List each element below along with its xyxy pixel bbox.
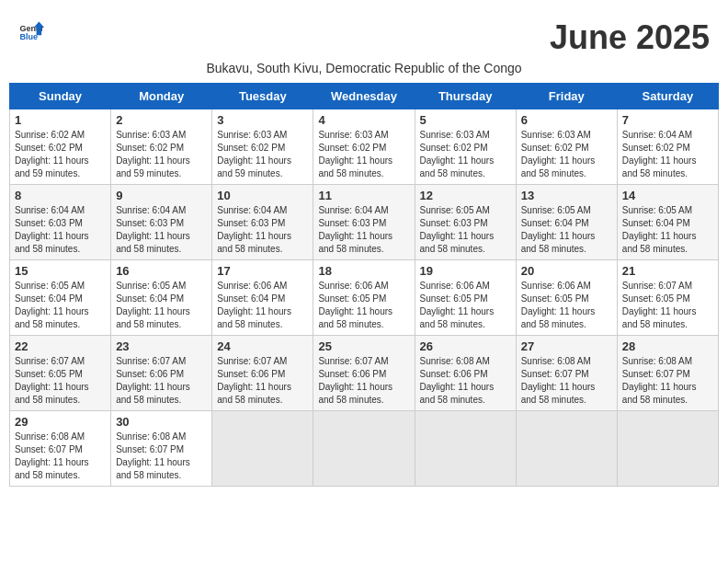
calendar-cell: 7Sunrise: 6:04 AM Sunset: 6:02 PM Daylig… (617, 109, 718, 185)
calendar-cell (212, 411, 313, 487)
calendar-cell: 26Sunrise: 6:08 AM Sunset: 6:06 PM Dayli… (415, 336, 516, 411)
day-number: 13 (521, 189, 612, 202)
day-number: 14 (622, 189, 713, 202)
calendar-cell: 2Sunrise: 6:03 AM Sunset: 6:02 PM Daylig… (111, 109, 212, 185)
day-info: Sunrise: 6:05 AM Sunset: 6:03 PM Dayligh… (420, 204, 511, 256)
calendar-cell: 4Sunrise: 6:03 AM Sunset: 6:02 PM Daylig… (313, 109, 415, 185)
calendar-week-1: 1Sunrise: 6:02 AM Sunset: 6:02 PM Daylig… (10, 109, 719, 185)
day-info: Sunrise: 6:07 AM Sunset: 6:06 PM Dayligh… (116, 355, 207, 407)
calendar-cell: 18Sunrise: 6:06 AM Sunset: 6:05 PM Dayli… (313, 260, 415, 336)
calendar-week-3: 15Sunrise: 6:05 AM Sunset: 6:04 PM Dayli… (10, 260, 719, 336)
day-number: 2 (116, 113, 207, 127)
day-info: Sunrise: 6:05 AM Sunset: 6:04 PM Dayligh… (622, 204, 713, 256)
calendar-cell: 29Sunrise: 6:08 AM Sunset: 6:07 PM Dayli… (10, 411, 111, 487)
header-day-monday: Monday (111, 84, 212, 109)
day-info: Sunrise: 6:04 AM Sunset: 6:03 PM Dayligh… (116, 204, 207, 256)
calendar-cell: 15Sunrise: 6:05 AM Sunset: 6:04 PM Dayli… (10, 260, 111, 336)
calendar-cell: 22Sunrise: 6:07 AM Sunset: 6:05 PM Dayli… (10, 336, 111, 411)
calendar-cell: 21Sunrise: 6:07 AM Sunset: 6:05 PM Dayli… (617, 260, 718, 336)
calendar-cell: 12Sunrise: 6:05 AM Sunset: 6:03 PM Dayli… (415, 185, 516, 260)
calendar-cell: 19Sunrise: 6:06 AM Sunset: 6:05 PM Dayli… (415, 260, 516, 336)
header-day-saturday: Saturday (617, 84, 718, 109)
svg-text:Blue: Blue (19, 32, 38, 41)
day-info: Sunrise: 6:04 AM Sunset: 6:03 PM Dayligh… (15, 204, 106, 256)
day-info: Sunrise: 6:06 AM Sunset: 6:04 PM Dayligh… (217, 280, 308, 331)
day-info: Sunrise: 6:02 AM Sunset: 6:02 PM Dayligh… (15, 129, 106, 180)
day-number: 5 (420, 113, 511, 127)
day-info: Sunrise: 6:07 AM Sunset: 6:05 PM Dayligh… (622, 280, 713, 331)
logo: General Blue (18, 18, 44, 44)
calendar-cell: 17Sunrise: 6:06 AM Sunset: 6:04 PM Dayli… (212, 260, 313, 336)
day-info: Sunrise: 6:08 AM Sunset: 6:06 PM Dayligh… (420, 355, 511, 407)
day-number: 19 (420, 264, 511, 278)
calendar-cell (516, 411, 617, 487)
logo-icon: General Blue (18, 18, 44, 44)
day-info: Sunrise: 6:04 AM Sunset: 6:03 PM Dayligh… (318, 204, 409, 256)
day-number: 30 (116, 415, 207, 429)
calendar-cell: 5Sunrise: 6:03 AM Sunset: 6:02 PM Daylig… (415, 109, 516, 185)
day-info: Sunrise: 6:06 AM Sunset: 6:05 PM Dayligh… (420, 280, 511, 331)
calendar-cell: 9Sunrise: 6:04 AM Sunset: 6:03 PM Daylig… (111, 185, 212, 260)
day-number: 24 (217, 339, 308, 353)
day-number: 18 (318, 264, 409, 278)
day-number: 7 (622, 113, 713, 127)
calendar-cell: 10Sunrise: 6:04 AM Sunset: 6:03 PM Dayli… (212, 185, 313, 260)
calendar-header: SundayMondayTuesdayWednesdayThursdayFrid… (10, 84, 719, 109)
day-number: 15 (15, 264, 106, 278)
day-number: 22 (15, 339, 106, 353)
day-info: Sunrise: 6:06 AM Sunset: 6:05 PM Dayligh… (318, 280, 409, 331)
day-number: 10 (217, 189, 308, 202)
calendar-cell: 11Sunrise: 6:04 AM Sunset: 6:03 PM Dayli… (313, 185, 415, 260)
header: General Blue June 2025 (9, 9, 719, 61)
day-number: 23 (116, 339, 207, 353)
calendar-cell: 24Sunrise: 6:07 AM Sunset: 6:06 PM Dayli… (212, 336, 313, 411)
day-number: 20 (521, 264, 612, 278)
day-info: Sunrise: 6:04 AM Sunset: 6:02 PM Dayligh… (622, 129, 713, 180)
header-day-thursday: Thursday (415, 84, 516, 109)
calendar-cell: 28Sunrise: 6:08 AM Sunset: 6:07 PM Dayli… (617, 336, 718, 411)
day-info: Sunrise: 6:03 AM Sunset: 6:02 PM Dayligh… (318, 129, 409, 180)
day-number: 27 (521, 339, 612, 353)
day-info: Sunrise: 6:03 AM Sunset: 6:02 PM Dayligh… (420, 129, 511, 180)
calendar-cell: 25Sunrise: 6:07 AM Sunset: 6:06 PM Dayli… (313, 336, 415, 411)
calendar-cell: 27Sunrise: 6:08 AM Sunset: 6:07 PM Dayli… (516, 336, 617, 411)
day-info: Sunrise: 6:07 AM Sunset: 6:05 PM Dayligh… (15, 355, 106, 407)
day-number: 12 (420, 189, 511, 202)
day-number: 17 (217, 264, 308, 278)
day-number: 4 (318, 113, 409, 127)
calendar-cell: 14Sunrise: 6:05 AM Sunset: 6:04 PM Dayli… (617, 185, 718, 260)
calendar-table: SundayMondayTuesdayWednesdayThursdayFrid… (9, 83, 719, 487)
day-number: 3 (217, 113, 308, 127)
day-info: Sunrise: 6:08 AM Sunset: 6:07 PM Dayligh… (15, 431, 106, 482)
day-info: Sunrise: 6:03 AM Sunset: 6:02 PM Dayligh… (116, 129, 207, 180)
day-number: 16 (116, 264, 207, 278)
calendar-cell: 23Sunrise: 6:07 AM Sunset: 6:06 PM Dayli… (111, 336, 212, 411)
calendar-cell: 6Sunrise: 6:03 AM Sunset: 6:02 PM Daylig… (516, 109, 617, 185)
day-info: Sunrise: 6:07 AM Sunset: 6:06 PM Dayligh… (318, 355, 409, 407)
calendar-week-5: 29Sunrise: 6:08 AM Sunset: 6:07 PM Dayli… (10, 411, 719, 487)
day-number: 25 (318, 339, 409, 353)
day-info: Sunrise: 6:03 AM Sunset: 6:02 PM Dayligh… (217, 129, 308, 180)
day-number: 26 (420, 339, 511, 353)
day-info: Sunrise: 6:05 AM Sunset: 6:04 PM Dayligh… (15, 280, 106, 331)
subtitle: Bukavu, South Kivu, Democratic Republic … (9, 61, 719, 75)
calendar-cell: 16Sunrise: 6:05 AM Sunset: 6:04 PM Dayli… (111, 260, 212, 336)
day-number: 28 (622, 339, 713, 353)
day-info: Sunrise: 6:05 AM Sunset: 6:04 PM Dayligh… (521, 204, 612, 256)
header-day-sunday: Sunday (10, 84, 111, 109)
day-info: Sunrise: 6:08 AM Sunset: 6:07 PM Dayligh… (521, 355, 612, 407)
calendar-cell (617, 411, 718, 487)
day-info: Sunrise: 6:06 AM Sunset: 6:05 PM Dayligh… (521, 280, 612, 331)
day-number: 21 (622, 264, 713, 278)
header-day-tuesday: Tuesday (212, 84, 313, 109)
calendar-cell: 13Sunrise: 6:05 AM Sunset: 6:04 PM Dayli… (516, 185, 617, 260)
day-number: 29 (15, 415, 106, 429)
day-info: Sunrise: 6:05 AM Sunset: 6:04 PM Dayligh… (116, 280, 207, 331)
day-number: 9 (116, 189, 207, 202)
day-info: Sunrise: 6:07 AM Sunset: 6:06 PM Dayligh… (217, 355, 308, 407)
day-number: 1 (15, 113, 106, 127)
calendar-week-4: 22Sunrise: 6:07 AM Sunset: 6:05 PM Dayli… (10, 336, 719, 411)
day-info: Sunrise: 6:08 AM Sunset: 6:07 PM Dayligh… (622, 355, 713, 407)
calendar-cell: 8Sunrise: 6:04 AM Sunset: 6:03 PM Daylig… (10, 185, 111, 260)
calendar-cell: 20Sunrise: 6:06 AM Sunset: 6:05 PM Dayli… (516, 260, 617, 336)
